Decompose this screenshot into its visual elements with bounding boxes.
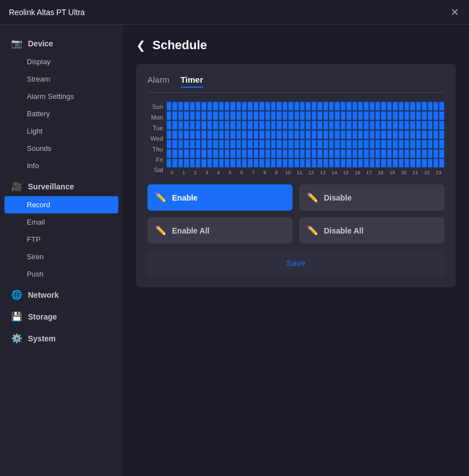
cell-tue-24[interactable] — [305, 121, 310, 130]
cell-tue-18[interactable] — [271, 121, 276, 130]
cell-tue-5[interactable] — [195, 121, 200, 130]
cell-tue-42[interactable] — [410, 121, 415, 130]
cell-thu-24[interactable] — [305, 140, 310, 149]
cell-sat-16[interactable] — [259, 159, 264, 168]
cell-tue-17[interactable] — [265, 121, 270, 130]
cell-mon-17[interactable] — [265, 111, 270, 120]
cell-sun-27[interactable] — [323, 102, 328, 111]
sidebar-section-header-network[interactable]: 🌐 Network — [0, 285, 123, 304]
cell-sat-30[interactable] — [341, 159, 346, 168]
sidebar-item-push[interactable]: Push — [0, 265, 123, 283]
cell-mon-45[interactable] — [428, 111, 433, 120]
cell-fri-5[interactable] — [195, 149, 200, 158]
sidebar-item-email[interactable]: Email — [0, 213, 123, 231]
cell-sun-3[interactable] — [184, 102, 189, 111]
cell-mon-31[interactable] — [346, 111, 351, 120]
cell-sat-32[interactable] — [352, 159, 357, 168]
cell-fri-46[interactable] — [433, 149, 438, 158]
cell-mon-16[interactable] — [259, 111, 264, 120]
cell-wed-12[interactable] — [236, 130, 241, 139]
cell-fri-2[interactable] — [178, 149, 183, 158]
cell-thu-15[interactable] — [253, 140, 259, 149]
cell-sat-27[interactable] — [323, 159, 328, 168]
cell-sat-44[interactable] — [422, 159, 427, 168]
cell-sun-28[interactable] — [329, 102, 334, 111]
cell-mon-14[interactable] — [247, 111, 252, 120]
sidebar-item-sounds[interactable]: Sounds — [0, 140, 123, 157]
cell-tue-22[interactable] — [294, 121, 299, 130]
cell-sun-35[interactable] — [370, 102, 375, 111]
cell-sun-25[interactable] — [312, 102, 317, 111]
cell-sun-41[interactable] — [404, 102, 409, 111]
cell-tue-32[interactable] — [352, 121, 357, 130]
cell-tue-33[interactable] — [358, 121, 363, 130]
cell-wed-43[interactable] — [416, 130, 421, 139]
cell-sat-41[interactable] — [404, 159, 409, 168]
cell-fri-33[interactable] — [358, 149, 363, 158]
cell-fri-13[interactable] — [242, 149, 247, 158]
cell-sat-14[interactable] — [247, 159, 252, 168]
cell-sun-34[interactable] — [363, 102, 368, 111]
cell-sun-24[interactable] — [305, 102, 310, 111]
cell-fri-23[interactable] — [300, 149, 305, 158]
cell-wed-6[interactable] — [201, 130, 206, 139]
sidebar-section-header-storage[interactable]: 💾 Storage — [0, 307, 123, 326]
cell-mon-7[interactable] — [207, 111, 212, 120]
cell-wed-20[interactable] — [283, 130, 288, 139]
cell-thu-26[interactable] — [317, 140, 322, 149]
cell-thu-1[interactable] — [172, 140, 177, 149]
cell-sun-32[interactable] — [352, 102, 357, 111]
cell-sun-1[interactable] — [172, 102, 177, 111]
cell-sat-3[interactable] — [184, 159, 189, 168]
cell-sat-8[interactable] — [213, 159, 218, 168]
cell-fri-16[interactable] — [259, 149, 264, 158]
cell-tue-30[interactable] — [341, 121, 346, 130]
cell-wed-7[interactable] — [207, 130, 212, 139]
cell-wed-42[interactable] — [410, 130, 415, 139]
cell-wed-9[interactable] — [219, 130, 224, 139]
cell-thu-0[interactable] — [166, 140, 171, 149]
cell-mon-26[interactable] — [317, 111, 322, 120]
cell-thu-23[interactable] — [300, 140, 305, 149]
cell-fri-31[interactable] — [346, 149, 351, 158]
cell-sat-26[interactable] — [317, 159, 322, 168]
cell-mon-30[interactable] — [341, 111, 346, 120]
cell-fri-34[interactable] — [363, 149, 368, 158]
cell-tue-9[interactable] — [219, 121, 224, 130]
cell-tue-31[interactable] — [346, 121, 351, 130]
cell-mon-32[interactable] — [352, 111, 357, 120]
cell-mon-29[interactable] — [334, 111, 339, 120]
cell-thu-8[interactable] — [213, 140, 218, 149]
cell-wed-4[interactable] — [190, 130, 195, 139]
cell-sun-4[interactable] — [190, 102, 195, 111]
enable-all-button[interactable]: ✏️ Enable All — [147, 217, 293, 244]
cell-sun-42[interactable] — [410, 102, 415, 111]
cell-sat-9[interactable] — [219, 159, 224, 168]
cell-sun-44[interactable] — [422, 102, 427, 111]
cell-wed-8[interactable] — [213, 130, 218, 139]
cell-mon-18[interactable] — [271, 111, 276, 120]
cell-thu-21[interactable] — [288, 140, 293, 149]
cell-thu-41[interactable] — [404, 140, 409, 149]
cell-sun-36[interactable] — [375, 102, 380, 111]
cell-fri-12[interactable] — [236, 149, 241, 158]
cell-fri-24[interactable] — [305, 149, 310, 158]
cell-thu-38[interactable] — [387, 140, 392, 149]
cell-tue-34[interactable] — [363, 121, 368, 130]
sidebar-section-header-system[interactable]: ⚙️ System — [0, 329, 123, 348]
cell-mon-35[interactable] — [370, 111, 375, 120]
cell-thu-34[interactable] — [363, 140, 368, 149]
cell-sun-13[interactable] — [242, 102, 247, 111]
cell-fri-0[interactable] — [166, 149, 171, 158]
cell-tue-43[interactable] — [416, 121, 421, 130]
cell-tue-10[interactable] — [224, 121, 229, 130]
cell-fri-21[interactable] — [288, 149, 293, 158]
sidebar-item-alarm-settings[interactable]: Alarm Settings — [0, 88, 123, 105]
cell-tue-35[interactable] — [370, 121, 375, 130]
cell-wed-27[interactable] — [323, 130, 328, 139]
cell-mon-19[interactable] — [276, 111, 281, 120]
cell-sat-31[interactable] — [346, 159, 351, 168]
cell-sat-28[interactable] — [329, 159, 334, 168]
back-button[interactable]: ❮ — [136, 39, 146, 52]
cell-tue-19[interactable] — [276, 121, 281, 130]
